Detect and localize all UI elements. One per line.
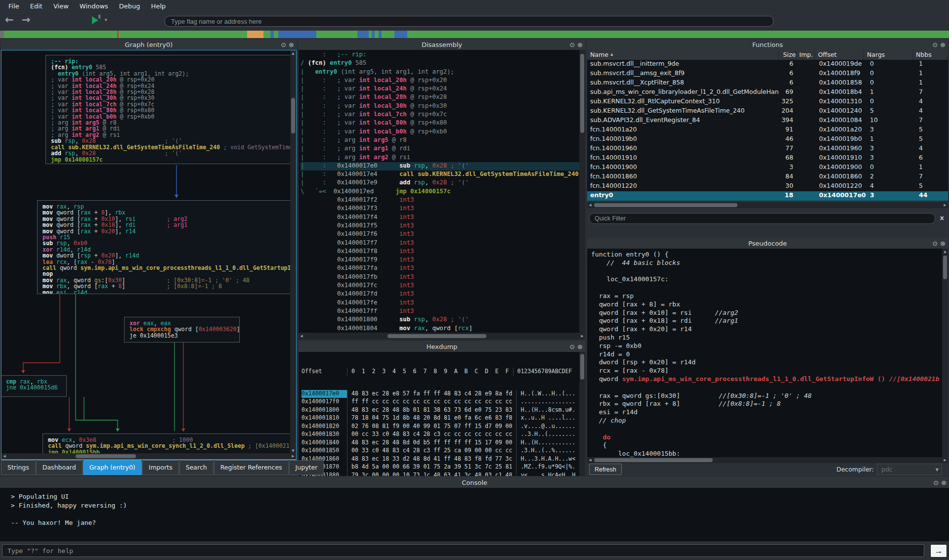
function-row[interactable]: fcn.1400019b0460x1400019b015: [587, 135, 948, 144]
graph-hscroll-handle[interactable]: [76, 454, 136, 458]
scroll-left-icon[interactable]: ◀: [1, 453, 7, 459]
graph-node-1[interactable]: mov rax, rspmov qword [rax + 8], rbxmov …: [37, 200, 295, 294]
function-row[interactable]: sub.msvcrt.dll__initterm_9de60x1400019de…: [587, 60, 948, 69]
disassembly-line[interactable]: 0x140001804 mov rax, qword [rcx]: [301, 325, 585, 333]
scroll-up-icon[interactable]: ▲: [290, 50, 296, 56]
disassembly-line[interactable]: 0x140001800 sub rsp, 0x28 ; '(': [301, 316, 585, 324]
disassembly-line[interactable]: 0x1400017f8 int3: [301, 248, 585, 256]
function-row[interactable]: sub.msvcrt.dll__XcptFilter_85860x1400018…: [587, 79, 948, 88]
disassembly-panel-titlebar[interactable]: Disassembly ⊙⊗: [299, 39, 585, 50]
column-header-offset[interactable]: Offset: [815, 50, 864, 60]
functions-hscroll-handle[interactable]: [594, 203, 737, 207]
graph-vscroll-handle[interactable]: [291, 98, 295, 133]
disassembly-line[interactable]: | : ; var int local_24h @ rsp+0x24: [301, 85, 585, 93]
column-header-imp[interactable]: Imp.: [796, 50, 815, 60]
close-panel-icon[interactable]: ⊗: [289, 41, 294, 48]
graph-canvas[interactable]: ;-- rip:(fcn) entry0 585 entry0 (int arg…: [1, 50, 297, 460]
column-header-nbbs[interactable]: Nbbs: [913, 50, 948, 60]
disassembly-line[interactable]: | : ; arg int arg1 @ rdi: [301, 145, 585, 153]
column-header-nargs[interactable]: Nargs: [864, 50, 913, 60]
disassembly-line[interactable]: 0x1400017f6 int3: [301, 230, 585, 239]
disassembly-line[interactable]: 0x1400017fc int3: [301, 282, 585, 290]
hexdump-row[interactable]: 0x1400017f0ff ff cc cc cc cc cc cc cc cc…: [302, 398, 585, 406]
close-panel-icon[interactable]: ⊗: [577, 41, 583, 48]
tab-graph-entry0-[interactable]: Graph (entry0): [83, 460, 142, 475]
console-panel-titlebar[interactable]: Console ⊙⊗: [0, 477, 949, 488]
function-row[interactable]: sub.KERNEL32.dll_GetSystemTimeAsFileTime…: [587, 107, 948, 116]
send-command-button[interactable]: →: [930, 544, 947, 558]
graph-hscrollbar[interactable]: ◀ ▶: [1, 453, 296, 459]
function-row[interactable]: fcn.140001860840x14000186027: [587, 172, 948, 182]
debug-start-icon[interactable]: [92, 16, 98, 24]
disassembly-line[interactable]: | : ; arg int arg2 @ rsi: [301, 154, 585, 162]
disassembly-line[interactable]: 0x1400017f7 int3: [301, 239, 585, 248]
hexdump-row[interactable]: 0x14000181078 18 04 75 1d 8b 48 20 8d 81…: [302, 414, 585, 423]
scroll-up-icon[interactable]: ▲: [942, 249, 948, 255]
disassembly-line[interactable]: 0x1400017fe int3: [301, 299, 585, 307]
menu-item-windows[interactable]: Windows: [74, 1, 114, 11]
function-row[interactable]: fcn.140001220300x14000122045: [587, 182, 948, 191]
console-command-input[interactable]: [2, 544, 924, 557]
float-panel-icon[interactable]: ⊙: [281, 41, 286, 48]
scroll-right-icon[interactable]: ▶: [942, 457, 948, 463]
functions-panel-titlebar[interactable]: Functions ⊙⊗: [587, 39, 948, 50]
function-row[interactable]: fcn.140001a20910x140001a2035: [587, 126, 948, 135]
pseudo-hscrollbar[interactable]: ◀ ▶: [587, 457, 948, 463]
forward-button[interactable]: →: [22, 14, 31, 26]
disasm-hscroll-handle[interactable]: [388, 334, 486, 338]
scroll-right-icon[interactable]: ▶: [942, 202, 948, 208]
float-panel-icon[interactable]: ⊙: [569, 41, 575, 48]
pseudo-hscroll-handle[interactable]: [594, 458, 713, 462]
disassembly-line[interactable]: | : 0x1400017e9 add rsp, 0x28 ; '(': [301, 179, 585, 187]
float-panel-icon[interactable]: ⊙: [933, 479, 939, 486]
close-panel-icon[interactable]: ⊗: [577, 343, 583, 350]
tab-imports[interactable]: Imports: [142, 460, 179, 475]
disassembly-line[interactable]: | : ; var int local_30h @ rsp+0x30: [301, 102, 585, 111]
disassembly-line[interactable]: | : 0x1400017e0 sub rsp, 0x28 ; '(': [301, 162, 585, 171]
graph-node-0[interactable]: ;-- rip:(fcn) entry0 585 entry0 (int arg…: [45, 55, 293, 164]
scroll-left-icon[interactable]: ◀: [587, 457, 593, 463]
float-panel-icon[interactable]: ⊙: [932, 240, 938, 247]
float-panel-icon[interactable]: ⊙: [569, 343, 575, 350]
hexdump-row[interactable]: 0x14000182002 76 08 81 f9 00 40 99 01 75…: [302, 423, 585, 431]
function-row[interactable]: sub.msvcrt.dll__amsg_exit_8f960x1400018f…: [587, 69, 948, 79]
decompiler-select[interactable]: pdc ▼: [877, 464, 942, 475]
function-row[interactable]: sub.api_ms_win_core_libraryloader_l1_2_0…: [587, 88, 948, 97]
quick-filter-input[interactable]: [589, 213, 935, 224]
hexdump-row[interactable]: 0x1400017e048 83 ec 28 e8 57 fa ff ff 48…: [302, 390, 585, 398]
scroll-left-icon[interactable]: ◀: [299, 333, 304, 339]
function-row[interactable]: sub.ADVAPI32.dll_EventRegister_843940x14…: [587, 116, 948, 126]
hexdump-panel-titlebar[interactable]: Hexdump ⊙⊗: [299, 341, 585, 352]
tab-search[interactable]: Search: [179, 460, 214, 475]
disassembly-line[interactable]: 0x1400017fd int3: [301, 290, 585, 299]
menu-item-file[interactable]: File: [3, 1, 25, 11]
clear-filter-button[interactable]: x: [940, 214, 944, 221]
hexdump-row[interactable]: 0x14000184048 83 ec 28 48 8d 0d b5 ff ff…: [302, 439, 585, 447]
memory-map-seekbar[interactable]: [0, 31, 949, 38]
disassembly-line[interactable]: 0x1400017f5 int3: [301, 222, 585, 230]
menu-item-debug[interactable]: Debug: [114, 1, 146, 11]
close-panel-icon[interactable]: ⊗: [941, 479, 947, 486]
tab-register-references[interactable]: Register References: [214, 460, 289, 475]
hexdump-row[interactable]: 0x14000180048 83 ec 28 48 8b 01 81 38 63…: [302, 406, 585, 415]
hexdump-vscrollbar[interactable]: [579, 352, 585, 476]
functions-table-header[interactable]: Name▲SizeImp.OffsetNargsNbbs: [587, 50, 948, 60]
functions-hscrollbar[interactable]: ◀ ▶: [587, 202, 948, 208]
disassembly-line[interactable]: | : ; var int local_b0h @ rsp+0xb0: [301, 128, 585, 136]
hexdump-row[interactable]: 0x14000185000 33 c0 48 83 c4 28 c3 ff 25…: [302, 447, 585, 455]
tab-dashboard[interactable]: Dashboard: [36, 460, 83, 475]
hexdump-vscroll-handle[interactable]: [580, 354, 584, 380]
disassembly-line[interactable]: | : ; var int local_20h @ rsp+0x20: [301, 77, 585, 85]
scroll-right-icon[interactable]: ▶: [290, 453, 296, 459]
back-button[interactable]: ←: [5, 14, 14, 26]
disassembly-line[interactable]: 0x1400017f2 int3: [301, 196, 585, 205]
disassembly-line[interactable]: | : ; var int local_80h @ rsp+0x80: [301, 119, 585, 128]
disassembly-listing[interactable]: : ;-- rip:/ (fcn) entry0 585| entry0 (in…: [299, 50, 585, 333]
function-row[interactable]: fcn.140001910680x14000191036: [587, 154, 948, 163]
close-panel-icon[interactable]: ⊗: [940, 41, 946, 48]
graph-panel-titlebar[interactable]: Graph (entry0) ⊙⊗: [1, 39, 297, 50]
disassembly-line[interactable]: | : ; arg int arg5 @ r8: [301, 136, 585, 145]
function-row[interactable]: entry0180x1400017e0344: [587, 191, 948, 201]
function-row[interactable]: sub.KERNEL32.dll_RtlCaptureContext_31032…: [587, 97, 948, 107]
hexdump-view[interactable]: Offset 0 1 2 3 4 5 6 7 8 9 A B C D E F 0…: [299, 352, 585, 476]
